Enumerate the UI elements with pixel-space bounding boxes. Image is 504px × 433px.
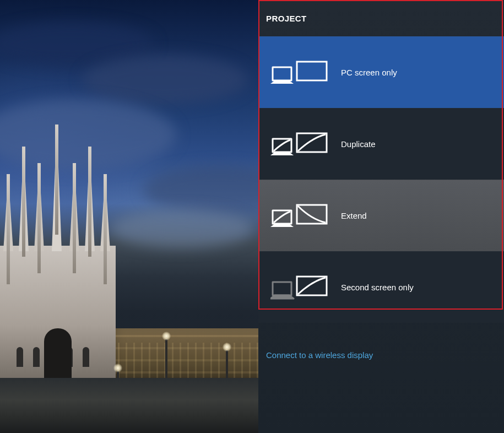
duplicate-icon — [270, 129, 330, 159]
project-option-extend[interactable]: Extend — [258, 180, 504, 251]
desktop-wallpaper — [0, 0, 259, 433]
extend-icon — [270, 201, 330, 231]
connect-wireless-display-link[interactable]: Connect to a wireless display — [258, 323, 504, 360]
svg-rect-6 — [273, 282, 291, 295]
project-option-label: Duplicate — [341, 139, 376, 149]
project-option-second-screen-only[interactable]: Second screen only — [258, 251, 504, 323]
pc-screen-only-icon — [270, 58, 330, 88]
second-screen-only-icon — [270, 273, 330, 302]
project-option-label: Extend — [341, 211, 367, 220]
svg-rect-0 — [273, 67, 291, 80]
project-panel: PROJECT PC screen only — [258, 0, 504, 433]
project-option-label: PC screen only — [341, 68, 397, 77]
project-option-label: Second screen only — [341, 283, 414, 292]
panel-title: PROJECT — [258, 0, 504, 36]
project-option-duplicate[interactable]: Duplicate — [258, 108, 504, 180]
project-option-pc-screen-only[interactable]: PC screen only — [258, 36, 504, 108]
svg-rect-1 — [297, 62, 327, 80]
cathedral-silhouette — [0, 147, 116, 389]
